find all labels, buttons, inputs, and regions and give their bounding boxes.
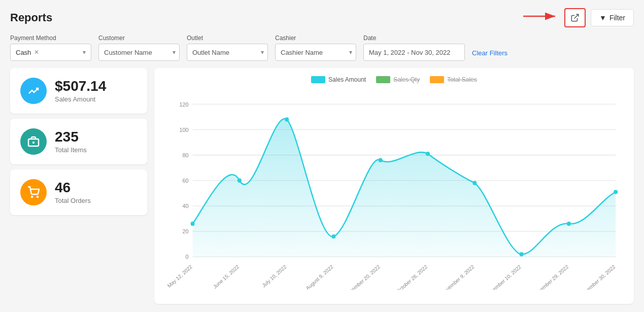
chart-legend: Sales Amount Sales Qty Total Sales bbox=[162, 76, 626, 83]
x-label: June 15, 2022 bbox=[212, 264, 240, 290]
outlet-label: Outlet bbox=[187, 34, 268, 42]
chart-point bbox=[614, 190, 618, 194]
chart-point bbox=[379, 158, 383, 162]
date-range-input[interactable]: May 1, 2022 - Nov 30, 2022 bbox=[363, 44, 465, 61]
outlet-filter: Outlet Outlet Name bbox=[187, 34, 268, 61]
svg-text:100: 100 bbox=[179, 126, 188, 132]
chart-point bbox=[520, 252, 524, 256]
sales-amount-info: $507.14 Sales Amount bbox=[55, 79, 106, 103]
page-title: Reports bbox=[10, 11, 52, 24]
x-label: May 12, 2022 bbox=[166, 264, 193, 289]
cashier-select[interactable]: Cashier Name bbox=[275, 44, 356, 61]
total-items-icon bbox=[20, 128, 47, 155]
svg-text:80: 80 bbox=[182, 152, 188, 158]
customer-label: Customer bbox=[98, 34, 180, 42]
x-label: September 20, 2022 bbox=[343, 264, 381, 290]
sales-amount-label: Sales Amount bbox=[55, 95, 106, 103]
total-orders-icon bbox=[20, 179, 47, 205]
chart-point bbox=[472, 181, 477, 185]
export-icon bbox=[570, 13, 580, 22]
legend-sales-amount-label: Sales Amount bbox=[328, 76, 366, 83]
date-range-value: May 1, 2022 - Nov 30, 2022 bbox=[369, 49, 450, 56]
svg-text:120: 120 bbox=[179, 101, 188, 107]
total-orders-info: 46 Total Orders bbox=[55, 180, 91, 204]
sales-amount-swatch bbox=[311, 76, 325, 83]
payment-method-label: Payment Method bbox=[10, 34, 91, 42]
x-label: November 29, 2022 bbox=[532, 264, 570, 290]
outlet-select[interactable]: Outlet Name bbox=[187, 44, 268, 61]
x-label: November 9, 2022 bbox=[440, 264, 476, 290]
sales-amount-icon bbox=[20, 78, 47, 104]
line-chart: 120 100 80 60 40 20 0 bbox=[162, 88, 626, 290]
date-label: Date bbox=[363, 34, 465, 42]
svg-text:60: 60 bbox=[182, 178, 188, 184]
clear-payment-button[interactable]: ✕ bbox=[34, 49, 39, 56]
chart-point bbox=[331, 234, 335, 238]
chart-container: Sales Amount Sales Qty Total Sales bbox=[154, 68, 634, 304]
svg-text:40: 40 bbox=[182, 203, 188, 209]
svg-line-2 bbox=[574, 14, 579, 18]
arrow-indicator bbox=[521, 6, 561, 25]
clear-filters-button[interactable]: Clear Filters bbox=[472, 47, 507, 61]
chart-area-fill bbox=[193, 119, 616, 257]
total-items-card: 235 Total Items bbox=[10, 119, 147, 164]
filters-row: Payment Method Cash ✕ ▾ Customer Custome… bbox=[10, 34, 634, 61]
x-label: August 9, 2022 bbox=[305, 264, 334, 290]
payment-method-select[interactable]: Cash ✕ ▾ bbox=[10, 44, 91, 61]
filter-button[interactable]: ▼ Filter bbox=[591, 9, 634, 26]
filter-label: Filter bbox=[609, 14, 625, 22]
payment-method-filter: Payment Method Cash ✕ ▾ bbox=[10, 34, 91, 61]
legend-sales-amount: Sales Amount bbox=[311, 76, 366, 83]
main-content: $507.14 Sales Amount 235 Total Items bbox=[10, 68, 634, 304]
x-label: July 10, 2022 bbox=[261, 264, 287, 289]
svg-point-6 bbox=[31, 196, 32, 197]
total-items-info: 235 Total Items bbox=[55, 129, 87, 154]
cashier-filter: Cashier Cashier Name bbox=[275, 34, 356, 61]
payment-dropdown-arrow-icon: ▾ bbox=[83, 49, 86, 56]
chart-point bbox=[238, 179, 242, 183]
stats-column: $507.14 Sales Amount 235 Total Items bbox=[10, 68, 147, 304]
chart-point bbox=[285, 117, 289, 121]
customer-filter: Customer Customer Name bbox=[98, 34, 180, 61]
chart-point bbox=[567, 222, 571, 226]
date-filter: Date May 1, 2022 - Nov 30, 2022 bbox=[363, 34, 465, 61]
x-label: October 26, 2022 bbox=[395, 264, 429, 290]
sales-amount-card: $507.14 Sales Amount bbox=[10, 68, 147, 114]
total-sales-swatch bbox=[430, 76, 444, 83]
svg-text:0: 0 bbox=[186, 254, 189, 260]
x-label: November 30, 2022 bbox=[579, 264, 617, 290]
total-items-label: Total Items bbox=[55, 146, 87, 154]
svg-text:20: 20 bbox=[182, 228, 188, 234]
x-label: November 10, 2022 bbox=[485, 264, 522, 290]
customer-select[interactable]: Customer Name bbox=[98, 44, 180, 61]
total-orders-label: Total Orders bbox=[55, 197, 91, 204]
total-orders-value: 46 bbox=[55, 180, 91, 196]
svg-point-7 bbox=[37, 196, 38, 197]
chart-point bbox=[426, 152, 430, 156]
payment-method-value: Cash bbox=[16, 49, 31, 56]
total-orders-card: 46 Total Orders bbox=[10, 169, 147, 215]
export-button[interactable] bbox=[564, 8, 586, 27]
legend-sales-qty-label: Sales Qty bbox=[393, 76, 420, 83]
page-header: Reports bbox=[10, 8, 634, 27]
chart-point bbox=[191, 222, 195, 226]
outlet-select-wrapper: Outlet Name bbox=[187, 44, 268, 61]
cashier-label: Cashier bbox=[275, 34, 356, 42]
legend-total-sales-label: Total Sales bbox=[447, 76, 477, 83]
filter-icon: ▼ bbox=[599, 14, 606, 22]
total-items-value: 235 bbox=[55, 129, 87, 145]
legend-total-sales: Total Sales bbox=[430, 76, 477, 83]
sales-amount-value: $507.14 bbox=[55, 79, 106, 94]
legend-sales-qty: Sales Qty bbox=[376, 76, 420, 83]
sales-qty-swatch bbox=[376, 76, 390, 83]
customer-select-wrapper: Customer Name bbox=[98, 44, 180, 61]
header-actions: ▼ Filter bbox=[564, 8, 634, 27]
cashier-select-wrapper: Cashier Name bbox=[275, 44, 356, 61]
